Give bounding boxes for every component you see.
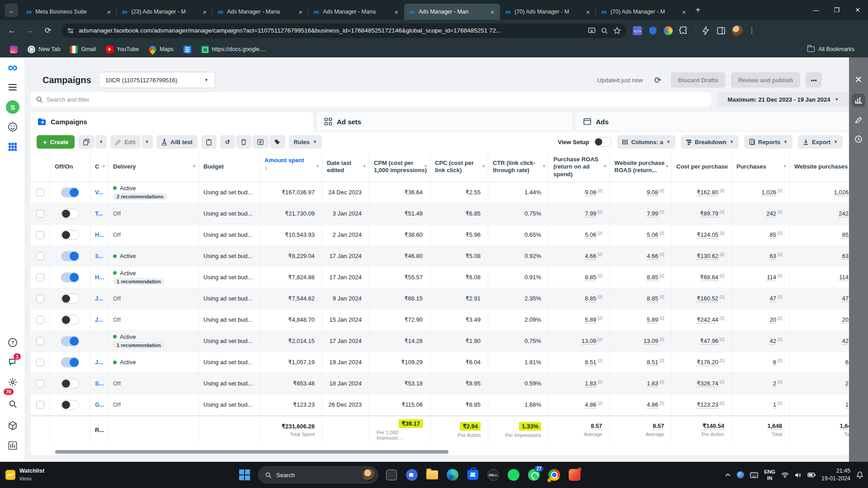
website-roas-cell[interactable]: 4.86[2] [610,394,672,416]
website-purchases-cell[interactable]: 85[2] [790,225,849,246]
purchase-roas-cell[interactable]: 13.09[2] [549,331,610,352]
bookmark-item[interactable]: Maps [149,46,174,53]
edit-dropdown[interactable]: ▼ [142,135,153,149]
website-purchases-cell[interactable]: 42[2] [790,331,849,352]
duplicate-dropdown[interactable]: ▼ [95,135,107,149]
orb-extension-icon[interactable] [664,26,673,35]
purchases-cell[interactable]: 6[2] [732,352,790,373]
website-purchases-cell[interactable]: 6[2] [790,352,849,373]
browser-tab[interactable]: ∞(70) Ads Manager - M× [500,4,596,20]
date-range-selector[interactable]: Maximum: 21 Dec 2023 - 19 Jan 2024▼ [717,92,849,107]
row-checkbox[interactable] [36,380,44,388]
create-button[interactable]: +Create [37,135,75,149]
tab-adsets[interactable]: Ad sets [317,112,572,131]
discard-drafts-button[interactable]: Discard Drafts [671,72,726,88]
website-purchases-cell[interactable]: 2[2] [790,373,849,394]
taskbar-search[interactable]: Search [258,466,378,483]
close-button[interactable]: ✕ [847,0,868,20]
recommendations-badge[interactable]: 1 recommendation [113,342,165,349]
cost-per-purchase-cell[interactable]: ₹123.23[2] [672,394,732,416]
purchase-roas-cell[interactable]: 8.85[2] [549,288,610,310]
campaign-name-link[interactable]: J... [95,295,103,302]
campaign-toggle[interactable] [61,294,79,304]
address-bar[interactable]: adsmanager.facebook.com/adsmanager/manag… [61,23,627,38]
campaign-name-link[interactable]: H... [95,274,104,281]
campaign-toggle[interactable] [61,336,79,346]
row-checkbox[interactable] [36,337,44,345]
view-setup-toggle[interactable]: View Setup [558,137,612,147]
campaign-toggle[interactable] [61,209,79,219]
website-roas-cell[interactable]: 8.85[2] [610,267,672,288]
browser-tab[interactable]: ∞Ads Manager - Mana× [308,4,404,20]
website-purchases-cell[interactable]: 1[2] [790,394,849,416]
search-in-page-icon[interactable] [600,27,609,35]
purchases-cell[interactable]: 42[2] [732,331,790,352]
column-header[interactable]: Amount spent↓▼ [260,152,322,182]
row-checkbox[interactable] [36,401,44,409]
breakdown-dropdown[interactable]: Breakdown▼ [681,135,739,149]
all-bookmarks-button[interactable]: All Bookmarks [807,46,854,52]
ab-test-button[interactable]: A/B test [156,135,198,149]
bookmark-item[interactable]: https://docs.google.... [201,46,266,53]
language-indicator[interactable]: ENGIN [764,469,775,482]
purchase-roas-cell[interactable]: 5.06[2] [549,225,610,246]
tab-ads[interactable]: Ads [576,112,849,131]
campaign-toggle[interactable] [61,230,79,240]
purchases-cell[interactable]: 1[2] [732,394,790,416]
purchases-cell[interactable]: 1,026[2] [732,182,790,203]
edit-button[interactable]: Edit [110,135,141,149]
bookmark-item[interactable]: YouTube [106,46,139,53]
more-options-button[interactable]: ••• [806,72,822,88]
campaign-name-link[interactable]: J... [95,316,103,323]
pin-button[interactable] [201,135,217,149]
cost-per-purchase-cell[interactable]: ₹47.96[2] [672,331,732,352]
website-roas-cell[interactable]: 5.89[2] [610,310,672,331]
undo-button[interactable]: ↺ [220,135,235,149]
bookmark-item[interactable]: New Tab [28,46,60,53]
website-purchases-cell[interactable]: 20[2] [790,310,849,331]
rules-dropdown[interactable]: Rules▼ [289,135,322,149]
column-header[interactable]: Off/On [50,152,90,182]
tab-close-icon[interactable]: × [105,8,113,16]
row-checkbox[interactable] [36,358,44,366]
column-header[interactable]: Website purchase ROAS (return...▼ [610,152,672,182]
website-roas-cell[interactable]: 8.51[2] [610,352,672,373]
browser-tab[interactable]: ∞Ads Manager - Man× [404,4,500,20]
purchase-roas-cell[interactable]: 7.99[2] [549,203,610,225]
spotify-icon[interactable] [506,467,521,483]
chrome-icon[interactable] [547,467,562,483]
back-icon[interactable]: ← [5,24,18,37]
task-view-icon[interactable] [384,467,399,483]
purchase-roas-cell[interactable]: 5.89[2] [549,310,610,331]
purchase-roas-cell[interactable]: 1.83[2] [549,373,610,394]
tab-close-icon[interactable]: × [680,8,688,16]
bookmark-item[interactable] [10,46,18,53]
teams-icon[interactable] [404,467,420,483]
row-checkbox[interactable] [36,231,44,239]
campaign-name-link[interactable]: S... [95,380,104,387]
website-roas-cell[interactable]: 8.85[2] [610,288,672,310]
website-purchases-cell[interactable]: 114[2] [790,267,849,288]
search-input[interactable] [47,96,706,103]
row-checkbox[interactable] [36,316,44,324]
cost-per-purchase-cell[interactable]: ₹68.64[2] [672,267,732,288]
purchases-cell[interactable]: 114[2] [732,267,790,288]
purchase-roas-cell[interactable]: 9.08[2] [549,182,610,203]
cost-per-purchase-cell[interactable]: ₹176.20[2] [672,352,732,373]
maximize-button[interactable]: ❐ [826,0,847,20]
cost-per-purchase-cell[interactable]: ₹242.44[2] [672,310,732,331]
store-icon[interactable] [465,467,481,483]
view-setup-switch[interactable] [594,137,612,147]
tab-close-icon[interactable]: × [488,8,496,16]
browser-tab[interactable]: ∞(70) Ads Manager - M× [596,4,692,20]
purchase-roas-cell[interactable]: 8.85[2] [549,267,610,288]
ads-reporting-icon[interactable] [0,436,25,455]
history-clock-icon[interactable] [849,130,868,149]
column-header[interactable]: Budget [199,152,260,182]
reload-icon[interactable]: ⟳ [42,24,54,37]
install-app-icon[interactable] [588,27,596,35]
tab-close-icon[interactable]: × [584,8,592,16]
purchases-cell[interactable]: 47[2] [732,288,790,310]
ad-account-selector[interactable]: 10CR (1107511276799516)▼ [99,72,215,88]
campaign-toggle[interactable] [61,251,79,261]
